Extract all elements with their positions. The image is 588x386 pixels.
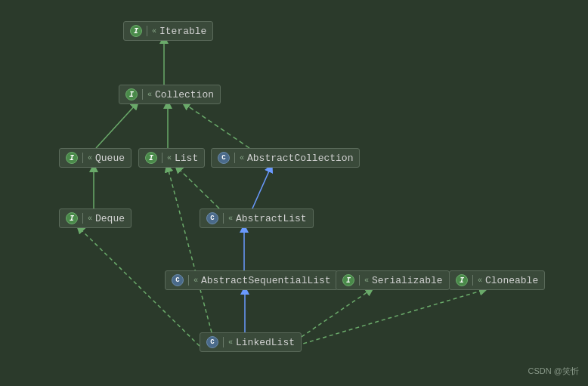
label-abstractsequentiallist: AbstractSequentialList	[201, 275, 331, 286]
label-linkedlist: LinkedList	[236, 337, 295, 348]
icon-abstractcollection: C	[218, 152, 230, 164]
label-abstractcollection: AbstractCollection	[247, 153, 353, 164]
svg-line-3	[96, 104, 136, 148]
icon-deque: I	[66, 212, 78, 224]
svg-line-14	[168, 168, 212, 332]
watermark: CSDN @笑忻	[528, 366, 579, 377]
svg-line-12	[290, 290, 484, 347]
label-deque: Deque	[95, 213, 125, 224]
label-iterable: Iterable	[159, 26, 206, 37]
node-serializable: I « Serializable	[336, 270, 450, 290]
node-abstractsequentiallist: C « AbstractSequentialList	[165, 270, 338, 290]
label-queue: Queue	[95, 153, 125, 164]
label-serializable: Serializable	[372, 275, 443, 286]
node-deque: I « Deque	[59, 208, 132, 228]
node-collection: I « Collection	[119, 85, 221, 104]
connections-svg	[0, 0, 588, 386]
icon-list: I	[145, 152, 157, 164]
node-linkedlist: C « LinkedList	[200, 332, 302, 352]
svg-line-7	[178, 168, 219, 208]
icon-collection: I	[125, 88, 138, 100]
svg-line-8	[252, 168, 271, 208]
icon-linkedlist: C	[206, 336, 218, 348]
label-abstractlist: AbstractList	[236, 213, 307, 224]
sep2	[142, 89, 143, 100]
node-abstractcollection: C « AbstractCollection	[211, 148, 360, 168]
icon-serializable: I	[342, 274, 354, 286]
icon-queue: I	[66, 152, 78, 164]
label-list: List	[175, 153, 198, 164]
diagram-container: I « Iterable I « Collection I « Queue I …	[0, 0, 588, 386]
svg-line-5	[185, 104, 249, 148]
icon-iterable: I	[130, 25, 142, 37]
label-collection: Collection	[155, 89, 214, 100]
icon-abstractlist: C	[206, 212, 218, 224]
svg-line-11	[290, 290, 370, 344]
icon-cloneable: I	[456, 274, 468, 286]
node-abstractlist: C « AbstractList	[200, 208, 314, 228]
label-cloneable: Cloneable	[485, 275, 538, 286]
sep	[147, 26, 147, 36]
node-list: I « List	[138, 148, 205, 168]
node-queue: I « Queue	[59, 148, 132, 168]
node-cloneable: I « Cloneable	[449, 270, 545, 290]
node-iterable: I « Iterable	[123, 21, 213, 41]
icon-abstractsequentiallist: C	[172, 274, 184, 286]
